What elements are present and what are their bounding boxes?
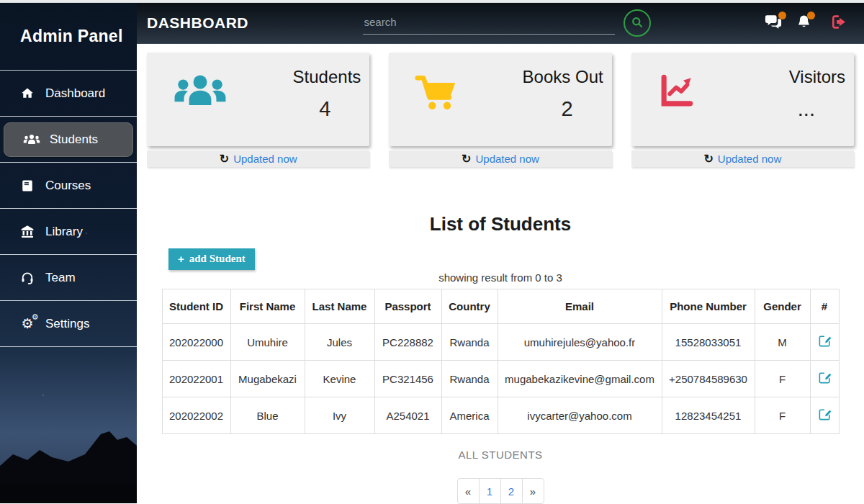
table-header-row: Student ID First Name Last Name Passport…	[162, 289, 839, 324]
pagination-prev[interactable]: «	[457, 478, 480, 504]
cell-phone: 15528033051	[662, 324, 755, 361]
cell-email: ivycarter@yahoo.com	[498, 397, 662, 434]
cell-passport: PC321456	[374, 361, 441, 397]
brand-title: Admin Panel	[0, 3, 137, 71]
search-icon	[630, 15, 644, 32]
sidebar-item-label: Dashboard	[45, 86, 105, 101]
page-title: DASHBOARD	[147, 14, 248, 32]
cell-last-name: Ivy	[305, 397, 374, 434]
table-row: 202022002 Blue Ivy A254021 America ivyca…	[162, 397, 839, 434]
sidebar-item-library[interactable]: Library	[0, 209, 137, 255]
cell-passport: PC228882	[374, 324, 441, 361]
col-header-country: Country	[441, 289, 498, 324]
sidebar-item-courses[interactable]: Courses	[0, 163, 137, 209]
book-icon	[19, 179, 36, 193]
notification-badge	[807, 12, 815, 19]
stat-card-students: Students 4 ↻ Updated now	[147, 53, 369, 167]
cell-last-name: Jules	[305, 324, 374, 361]
cell-country: America	[441, 397, 498, 434]
search-button[interactable]	[624, 9, 651, 37]
card-value: ...	[789, 97, 845, 121]
pagination-page-2[interactable]: 2	[500, 478, 523, 504]
col-header-student-id: Student ID	[162, 289, 230, 324]
cell-first-name: Blue	[230, 397, 305, 434]
col-header-first-name: First Name	[230, 289, 305, 324]
card-value: 2	[523, 97, 603, 121]
topbar-icons	[765, 14, 848, 32]
sidebar-item-label: Team	[45, 271, 76, 285]
cart-icon	[415, 73, 458, 138]
mountain-silhouette	[0, 410, 137, 503]
search-input[interactable]	[363, 12, 615, 35]
cell-student-id: 202022002	[162, 397, 230, 434]
cell-student-id: 202022001	[162, 361, 230, 397]
cell-first-name: Umuhire	[230, 324, 305, 361]
card-title: Books Out	[523, 67, 603, 87]
stat-cards: Students 4 ↻ Updated now	[137, 44, 864, 167]
main-area: DASHBOARD	[137, 3, 864, 503]
headset-icon	[19, 271, 36, 285]
all-students-label: ALL STUDENTS	[137, 449, 864, 461]
notifications-button[interactable]	[797, 14, 811, 32]
edit-student-icon[interactable]	[818, 334, 832, 348]
chart-icon	[657, 73, 696, 138]
card-updated[interactable]: ↻ Updated now	[389, 150, 611, 167]
card-title: Visitors	[789, 67, 845, 87]
admin-app: Admin Panel Dashboard Students	[0, 3, 864, 503]
cell-student-id: 202022000	[162, 324, 230, 361]
showing-result-text: showing result from 0 to 3	[137, 271, 864, 284]
cell-phone: 12823454251	[662, 397, 755, 434]
table-row: 202022001 Mugabekazi Kevine PC321456 Rwa…	[162, 361, 839, 397]
cell-email: umuhirejules@yahoo.fr	[498, 324, 662, 361]
sidebar-item-label: Settings	[45, 317, 89, 331]
card-value: 4	[293, 97, 361, 121]
sidebar-item-dashboard[interactable]: Dashboard	[0, 71, 137, 117]
cell-gender: F	[755, 361, 810, 397]
logout-button[interactable]	[832, 14, 848, 32]
pagination-page-1[interactable]: 1	[479, 478, 501, 504]
plus-icon: +	[178, 253, 184, 265]
sidebar-item-label: Courses	[45, 179, 91, 193]
messages-button[interactable]	[765, 14, 782, 32]
card-updated[interactable]: ↻ Updated now	[147, 150, 369, 167]
pagination: « 1 2 »	[137, 478, 864, 504]
topbar: DASHBOARD	[137, 3, 864, 44]
cell-last-name: Kevine	[305, 361, 374, 397]
chat-icon	[765, 19, 782, 32]
gears-icon: ⚙⚙	[19, 317, 36, 330]
sidebar-item-students[interactable]: Students	[0, 117, 137, 163]
sidebar: Admin Panel Dashboard Students	[0, 3, 137, 503]
library-icon	[19, 225, 36, 239]
cell-first-name: Mugabekazi	[230, 361, 305, 397]
sidebar-item-team[interactable]: Team	[0, 255, 137, 301]
bell-icon	[797, 19, 811, 32]
col-header-gender: Gender	[755, 289, 810, 324]
edit-student-icon[interactable]	[818, 408, 832, 421]
sidebar-item-label: Library	[45, 225, 83, 239]
students-table: Student ID First Name Last Name Passport…	[162, 289, 840, 434]
edit-student-icon[interactable]	[818, 371, 832, 384]
notification-badge	[778, 12, 786, 19]
table-row: 202022000 Umuhire Jules PC228882 Rwanda …	[162, 324, 839, 361]
home-icon	[19, 86, 36, 101]
cell-passport: A254021	[374, 397, 441, 434]
col-header-last-name: Last Name	[305, 289, 374, 324]
cell-gender: F	[755, 397, 810, 434]
col-header-phone: Phone Number	[662, 289, 755, 324]
col-header-actions: #	[810, 289, 839, 324]
cell-email: mugabekazikevine@gmail.com	[498, 361, 662, 397]
refresh-icon: ↻	[220, 153, 229, 165]
col-header-email: Email	[498, 289, 662, 324]
refresh-icon: ↻	[462, 153, 471, 165]
sidebar-item-settings[interactable]: ⚙⚙ Settings	[0, 301, 137, 347]
card-updated[interactable]: ↻ Updated now	[631, 150, 854, 167]
users-icon	[173, 73, 228, 138]
users-icon	[23, 133, 40, 146]
add-student-button[interactable]: + add Student	[168, 248, 255, 270]
cell-country: Rwanda	[441, 361, 498, 397]
cell-phone: +250784589630	[662, 361, 755, 397]
refresh-icon: ↻	[703, 153, 713, 165]
pagination-next[interactable]: »	[522, 478, 544, 504]
logout-icon	[832, 19, 848, 32]
sidebar-item-label: Students	[50, 132, 98, 147]
